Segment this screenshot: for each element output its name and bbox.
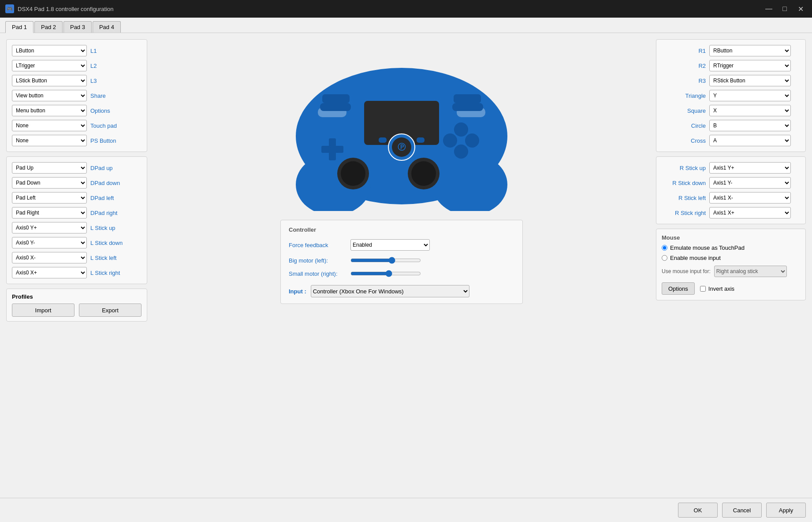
- left-panel: LButton L1 LTrigger L2 LStick Button L3: [6, 39, 147, 492]
- cancel-button[interactable]: Cancel: [722, 503, 762, 518]
- svg-point-13: [341, 161, 365, 186]
- svg-point-15: [411, 161, 436, 186]
- lstick-down-row: Axis0 Y- L Stick down: [12, 237, 142, 248]
- r1-select[interactable]: RButton: [709, 45, 791, 56]
- rstick-up-select[interactable]: Axis1 Y+: [709, 162, 791, 174]
- rstick-down-row: R Stick down Axis1 Y-: [662, 177, 800, 189]
- small-motor-slider[interactable]: [350, 270, 421, 277]
- right-button-mappings: R1 RButton R2 RTrigger R3 RStick Button: [656, 39, 806, 152]
- l2-label: L2: [90, 63, 126, 69]
- rstick-right-row: R Stick right Axis1 X+: [662, 207, 800, 218]
- dpad-left-label: DPad left: [90, 195, 126, 201]
- close-button[interactable]: ✕: [794, 3, 807, 15]
- right-panel: R1 RButton R2 RTrigger R3 RStick Button: [656, 39, 806, 492]
- triangle-row: Triangle Y: [662, 90, 800, 101]
- dpad-left-row: Pad Left DPad left: [12, 192, 142, 204]
- square-select[interactable]: X: [709, 105, 791, 116]
- emulate-touchpad-radio[interactable]: [662, 245, 667, 251]
- r1-label: R1: [662, 48, 706, 54]
- profiles-buttons: Import Export: [12, 304, 142, 317]
- rstick-left-select[interactable]: Axis1 X-: [709, 192, 791, 204]
- psbutton-label: PS Button: [90, 137, 126, 144]
- cross-select[interactable]: A: [709, 135, 791, 146]
- mouse-input-select[interactable]: Right analog stick Left analog stick: [714, 266, 787, 277]
- lstick-up-select[interactable]: Axis0 Y+: [12, 222, 87, 233]
- enable-mouse-row: Enable mouse input: [662, 255, 800, 261]
- small-motor-label: Small motor (right):: [289, 270, 346, 277]
- dpad-up-row: Pad Up DPad up: [12, 162, 142, 174]
- svg-point-9: [443, 133, 457, 148]
- triangle-select[interactable]: Y: [709, 90, 791, 101]
- rstick-up-label: R Stick up: [662, 165, 706, 171]
- tab-pad2[interactable]: Pad 2: [34, 21, 63, 33]
- enable-mouse-label: Enable mouse input: [670, 255, 721, 261]
- circle-select[interactable]: B: [709, 120, 791, 131]
- input-select[interactable]: Controller (Xbox One For Windows): [311, 285, 469, 297]
- touchpad-select[interactable]: None: [12, 120, 87, 131]
- import-button[interactable]: Import: [12, 304, 74, 317]
- svg-rect-21: [320, 103, 351, 111]
- l3-select[interactable]: LStick Button: [12, 75, 87, 86]
- apply-button[interactable]: Apply: [766, 503, 806, 518]
- maximize-button[interactable]: □: [778, 3, 791, 15]
- bottom-bar: OK Cancel Apply: [0, 498, 812, 522]
- l1-label: L1: [90, 48, 126, 54]
- app-icon: 🎮: [5, 4, 14, 13]
- l3-row: LStick Button L3: [12, 75, 142, 86]
- lstick-left-select[interactable]: Axis0 X-: [12, 252, 87, 263]
- dpad-up-select[interactable]: Pad Up: [12, 162, 87, 174]
- rstick-down-select[interactable]: Axis1 Y-: [709, 177, 791, 189]
- l2-select[interactable]: LTrigger: [12, 60, 87, 71]
- dpad-left-select[interactable]: Pad Left: [12, 192, 87, 204]
- svg-point-11: [454, 144, 468, 159]
- rstick-right-select[interactable]: Axis1 X+: [709, 207, 791, 218]
- invert-axis-checkbox[interactable]: [700, 286, 706, 292]
- export-button[interactable]: Export: [79, 304, 142, 317]
- svg-rect-5: [321, 146, 343, 153]
- force-feedback-select[interactable]: Enabled Disabled: [350, 239, 430, 251]
- mouse-title: Mouse: [662, 234, 800, 241]
- r3-select[interactable]: RStick Button: [709, 75, 791, 86]
- triangle-label: Triangle: [662, 93, 706, 99]
- svg-text:Ⓟ: Ⓟ: [398, 143, 406, 152]
- input-label: Input :: [289, 288, 306, 295]
- dpad-down-select[interactable]: Pad Down: [12, 177, 87, 189]
- lstick-right-select[interactable]: Axis0 X+: [12, 267, 87, 278]
- rstick-up-row: R Stick up Axis1 Y+: [662, 162, 800, 174]
- title-bar-controls: — □ ✕: [763, 3, 807, 15]
- dpad-mappings: Pad Up DPad up Pad Down DPad down Pad Le…: [6, 156, 147, 284]
- share-row: View button Share: [12, 90, 142, 101]
- r2-select[interactable]: RTrigger: [709, 60, 791, 71]
- lstick-up-row: Axis0 Y+ L Stick up: [12, 222, 142, 233]
- l3-label: L3: [90, 78, 126, 84]
- svg-rect-22: [452, 103, 483, 111]
- profiles-group: Profiles Import Export: [6, 289, 147, 322]
- mouse-bottom-row: Options Invert axis: [662, 282, 800, 295]
- lstick-left-row: Axis0 X- L Stick left: [12, 252, 142, 263]
- tab-pad1[interactable]: Pad 1: [5, 21, 34, 33]
- lstick-down-select[interactable]: Axis0 Y-: [12, 237, 87, 248]
- svg-rect-19: [379, 137, 387, 143]
- rstick-left-label: R Stick left: [662, 195, 706, 201]
- emulate-mouse-row: Emulate mouse as TouchPad: [662, 244, 800, 251]
- tab-pad3[interactable]: Pad 3: [63, 21, 92, 33]
- tab-pad4[interactable]: Pad 4: [93, 21, 121, 33]
- circle-row: Circle B: [662, 120, 800, 131]
- ok-button[interactable]: OK: [678, 503, 718, 518]
- minimize-button[interactable]: —: [763, 3, 775, 15]
- lstick-left-label: L Stick left: [90, 255, 126, 261]
- profiles-title: Profiles: [12, 293, 142, 300]
- l1-row: LButton L1: [12, 45, 142, 56]
- share-select[interactable]: View button: [12, 90, 87, 101]
- dpad-right-select[interactable]: Pad Right: [12, 207, 87, 218]
- l1-select[interactable]: LButton: [12, 45, 87, 56]
- svg-point-8: [454, 122, 468, 137]
- mouse-options-button[interactable]: Options: [662, 282, 695, 295]
- options-row: Menu button Options: [12, 105, 142, 116]
- lstick-right-label: L Stick right: [90, 270, 126, 276]
- enable-mouse-radio[interactable]: [662, 255, 667, 261]
- big-motor-slider[interactable]: [350, 257, 421, 264]
- options-select[interactable]: Menu button: [12, 105, 87, 116]
- psbutton-select[interactable]: None: [12, 135, 87, 146]
- force-feedback-row: Force feedback Enabled Disabled: [289, 239, 514, 251]
